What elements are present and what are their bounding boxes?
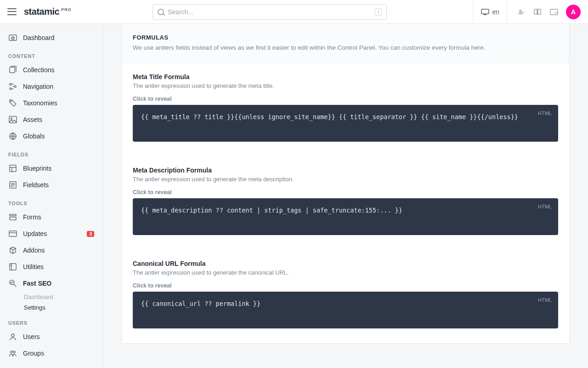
svg-rect-12: [10, 165, 16, 172]
code-editor[interactable]: HTML{{ meta_title ?? title }}{{unless ig…: [133, 105, 558, 142]
field-canonical-url: Canonical URL Formula The antler express…: [122, 250, 569, 343]
sidebar-item-users[interactable]: Users: [0, 328, 102, 345]
svg-rect-9: [9, 116, 17, 123]
field-desc: The antler expression used to generate t…: [133, 269, 558, 276]
sidebar-item-assets[interactable]: Assets: [0, 111, 102, 128]
svg-rect-4: [10, 67, 15, 73]
book-icon[interactable]: [533, 7, 542, 17]
field-title: Meta Description Formula: [133, 167, 558, 174]
sidebar-item-updates[interactable]: Updates 3: [0, 225, 102, 242]
sidebar-item-label: Groups: [23, 350, 44, 357]
sidebar-item-label: Fast SEO: [23, 280, 51, 287]
section-subtitle: We use antlers fields instead of views a…: [133, 44, 558, 52]
svg-rect-15: [10, 217, 16, 220]
svg-rect-17: [10, 264, 16, 270]
sidebar-group-content: CONTENT: [0, 46, 102, 62]
sidebar-item-utilities[interactable]: Utilities: [0, 259, 102, 275]
sidebar-item-fieldsets[interactable]: Fieldsets: [0, 177, 102, 193]
field-title: Meta Title Formula: [133, 73, 558, 80]
brand-logo[interactable]: statamic PRO: [24, 6, 72, 17]
sidebar-item-label: Addons: [23, 247, 45, 254]
sidebar-item-fast-seo[interactable]: Fast SEO: [0, 275, 102, 292]
blueprint-icon: [8, 164, 17, 173]
sidebar-item-label: Updates: [23, 230, 47, 237]
sidebar-item-label: Users: [23, 333, 40, 340]
sidebar-item-taxonomies[interactable]: Taxonomies: [0, 95, 102, 111]
card-icon[interactable]: [549, 7, 559, 17]
code-lang-label: HTML: [538, 203, 552, 211]
sidebar-group-fields: FIELDS: [0, 144, 102, 160]
sidebar-item-blueprints[interactable]: Blueprints: [0, 160, 102, 177]
updates-badge: 3: [87, 231, 94, 237]
sidebar-item-navigation[interactable]: Navigation: [0, 78, 102, 95]
svg-point-21: [13, 351, 15, 353]
forms-icon: [8, 213, 17, 222]
utilities-icon: [8, 262, 17, 271]
code-editor[interactable]: HTML{{ meta_description ?? content | str…: [133, 198, 558, 235]
screen-icon: [481, 9, 489, 15]
navigation-icon: [8, 82, 17, 91]
header-right: en A: [468, 0, 581, 24]
field-title: Canonical URL Formula: [133, 260, 558, 267]
sidebar-item-collections[interactable]: Collections: [0, 62, 102, 78]
code-editor[interactable]: HTML{{ canonical_url ?? permalink }}: [133, 292, 558, 328]
sidebar-item-globals[interactable]: Globals: [0, 128, 102, 144]
language-label: en: [492, 8, 499, 16]
divider: [473, 0, 474, 24]
sidebar-item-dashboard[interactable]: Dashboard: [0, 29, 102, 46]
svg-rect-0: [481, 9, 489, 14]
field-desc: The antler expression used to generate t…: [133, 176, 558, 183]
section-title: FORMULAS: [133, 34, 558, 41]
search-shortcut-key: /: [375, 8, 382, 16]
code-content: {{ meta_description ?? content | strip_t…: [141, 207, 402, 214]
search-icon: [158, 9, 164, 15]
sidebar-item-addons[interactable]: Addons: [0, 242, 102, 259]
menu-toggle-button[interactable]: [7, 7, 17, 17]
avatar[interactable]: A: [566, 5, 581, 19]
divider: [507, 0, 507, 24]
sidebar-item-label: Blueprints: [23, 165, 51, 172]
collections-icon: [8, 65, 17, 75]
app-header: statamic PRO / en A: [0, 0, 588, 24]
section-header: FORMULAS We use antlers fields instead o…: [122, 24, 569, 63]
sidebar: Dashboard CONTENT Collections Navigation…: [0, 24, 103, 368]
global-search[interactable]: /: [153, 4, 387, 20]
reveal-toggle[interactable]: Click to reveal: [133, 189, 558, 196]
seo-icon: [8, 279, 17, 288]
gauge-icon: [8, 33, 17, 42]
updates-icon: [8, 229, 17, 238]
search-wrap: /: [90, 4, 450, 20]
groups-icon: [8, 349, 17, 358]
sidebar-item-label: Globals: [23, 132, 45, 140]
fieldset-icon: [8, 180, 17, 190]
sidebar-item-label: Dashboard: [23, 34, 55, 41]
pin-icon[interactable]: [516, 7, 526, 17]
sidebar-group-tools: TOOLS: [0, 193, 102, 209]
brand-pro-badge: PRO: [61, 7, 72, 12]
sidebar-item-groups[interactable]: Groups: [0, 345, 102, 362]
svg-point-8: [11, 101, 11, 102]
field-meta-title: Meta Title Formula The antler expression…: [122, 63, 569, 156]
subnav-settings[interactable]: Settings: [24, 302, 102, 313]
sidebar-item-label: Utilities: [23, 263, 44, 270]
code-content: {{ meta_title ?? title }}{{unless ignore…: [141, 113, 518, 121]
reveal-toggle[interactable]: Click to reveal: [133, 282, 558, 289]
sidebar-item-forms[interactable]: Forms: [0, 209, 102, 225]
image-icon: [8, 115, 17, 124]
code-lang-label: HTML: [538, 296, 552, 305]
language-switcher[interactable]: en: [479, 8, 501, 16]
svg-point-19: [11, 334, 14, 337]
field-meta-description: Meta Description Formula The antler expr…: [122, 156, 569, 250]
sidebar-group-users: USERS: [0, 313, 102, 328]
subnav-dashboard[interactable]: Dashboard: [24, 292, 102, 302]
sidebar-item-label: Fieldsets: [23, 181, 49, 189]
sidebar-item-label: Taxonomies: [23, 99, 57, 107]
reveal-toggle[interactable]: Click to reveal: [133, 96, 558, 102]
search-input[interactable]: [168, 8, 375, 16]
sidebar-item-label: Forms: [23, 213, 41, 221]
svg-rect-14: [10, 214, 16, 216]
field-desc: The antler expression used to generate t…: [133, 82, 558, 89]
avatar-initial: A: [571, 8, 576, 16]
user-icon: [8, 332, 17, 341]
main-content: FORMULAS We use antlers fields instead o…: [103, 24, 588, 368]
